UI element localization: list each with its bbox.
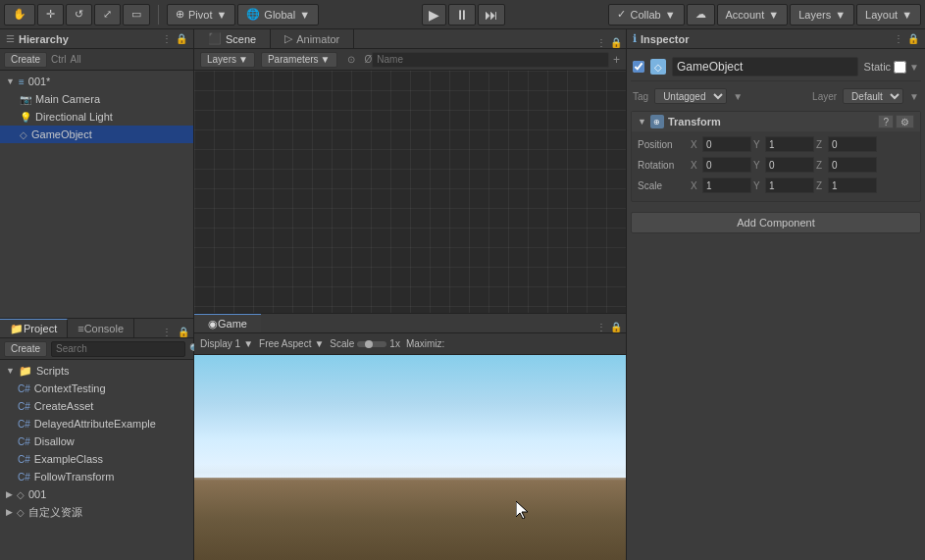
scene-add-icon[interactable]: +: [609, 53, 620, 67]
inspector-lock-icon[interactable]: 🔒: [907, 33, 919, 44]
collab-button[interactable]: ✓ Collab ▼: [608, 4, 684, 25]
project-001-folder[interactable]: ▶ ◇ 001: [0, 485, 193, 503]
transform-header[interactable]: ▼ ⊕ Transform ? ⚙: [632, 112, 920, 131]
aspect-selector[interactable]: Free Aspect ▼: [259, 338, 324, 349]
hierarchy-camera-item[interactable]: 📷 Main Camera: [0, 90, 193, 108]
inspector-panel: ℹ Inspector ⋮ 🔒 ◇ Static ▼ Tag U: [626, 29, 925, 560]
game-tab-label: Game: [218, 318, 247, 330]
tab-scene[interactable]: ⬛ Scene: [194, 29, 271, 48]
scene-toggle-icon[interactable]: ⊙: [343, 54, 359, 65]
tab-animator[interactable]: ▷ Animator: [271, 29, 354, 48]
project-item-disallow[interactable]: C# Disallow: [0, 433, 193, 450]
pos-z-input[interactable]: [828, 136, 877, 152]
play-button[interactable]: ▶: [422, 4, 446, 25]
tab-console[interactable]: ≡ Console: [68, 319, 134, 337]
console-tab-label: Console: [84, 323, 124, 334]
transform-buttons: ? ⚙: [878, 115, 914, 128]
project-scripts-folder[interactable]: ▼ 📁 Scripts: [0, 362, 193, 380]
cloud-button[interactable]: ☁: [687, 4, 715, 25]
static-checkbox[interactable]: [894, 61, 906, 74]
scene-layers-button[interactable]: Layers ▼: [200, 52, 255, 68]
game-view[interactable]: [194, 355, 626, 560]
project-item-createasset[interactable]: C# CreateAsset: [0, 397, 193, 415]
hierarchy-gameobject-item[interactable]: ◇ GameObject: [0, 126, 193, 143]
project-lock-icon[interactable]: 🔒: [178, 327, 193, 337]
gameobject-icon: ◇: [650, 59, 666, 75]
inspector-options-icon[interactable]: ⋮: [894, 33, 903, 44]
global-arrow: ▼: [299, 9, 310, 21]
account-button[interactable]: Account ▼: [717, 4, 789, 25]
rect-tool-button[interactable]: ▭: [123, 4, 150, 25]
hierarchy-all-label: All: [71, 54, 81, 65]
scene-options-icon[interactable]: ⋮: [596, 37, 610, 48]
static-dropdown-arrow[interactable]: ▼: [909, 62, 919, 73]
game-lock-icon[interactable]: 🔒: [610, 322, 626, 332]
project-tab-label: Project: [24, 323, 57, 334]
game-options-icon[interactable]: ⋮: [596, 322, 610, 332]
rotate-tool-button[interactable]: ↺: [66, 4, 92, 25]
project-search-input[interactable]: [51, 341, 185, 357]
scripts-arrow-icon: ▼: [6, 366, 15, 376]
transform-arrow-icon: ▼: [638, 117, 646, 127]
project-item-contexttesting[interactable]: C# ContextTesting: [0, 380, 193, 397]
transform-book-button[interactable]: ?: [878, 115, 894, 128]
tag-dropdown[interactable]: Untagged: [654, 88, 727, 104]
scale-control[interactable]: Scale 1x: [330, 338, 400, 349]
display-selector[interactable]: Display 1 ▼: [200, 338, 253, 349]
pivot-button[interactable]: ⊕ Pivot ▼: [167, 4, 235, 25]
scene-lock-icon[interactable]: 🔒: [610, 37, 626, 48]
scene-parameters-button[interactable]: Parameters ▼: [261, 52, 337, 68]
scene-view[interactable]: [194, 71, 626, 313]
pos-x-input[interactable]: [702, 136, 751, 152]
global-button[interactable]: 🌐 Global ▼: [237, 4, 319, 25]
hierarchy-icon: ☰: [6, 33, 15, 44]
project-options-icon[interactable]: ⋮: [162, 327, 178, 337]
layout-button[interactable]: Layout ▼: [856, 4, 921, 25]
maximize-label: Maximiz:: [406, 338, 444, 349]
hierarchy-scene-item[interactable]: ▼ ≡ 001*: [0, 73, 193, 90]
tab-game[interactable]: ◉ Game: [194, 314, 261, 332]
hierarchy-create-button[interactable]: Create: [4, 52, 47, 68]
inspector-title: Inspector: [641, 33, 690, 45]
project-custom-folder[interactable]: ▶ ◇ 自定义资源: [0, 503, 193, 521]
hierarchy-lock-icon[interactable]: 🔒: [176, 33, 187, 44]
tab-project[interactable]: 📁 Project: [0, 319, 68, 337]
camera-icon: 📷: [20, 94, 31, 105]
custom-folder-icon: ◇: [17, 507, 25, 518]
scale-tool-button[interactable]: ⤢: [94, 4, 121, 25]
scale-track[interactable]: [357, 341, 386, 347]
scripts-folder-icon: 📁: [19, 365, 32, 378]
scene-search-input[interactable]: [372, 52, 609, 68]
pause-button[interactable]: ⏸: [448, 4, 476, 25]
gameobject-enabled-checkbox[interactable]: [633, 61, 644, 73]
hierarchy-title: Hierarchy: [19, 33, 69, 45]
animator-tab-label: Animator: [296, 33, 339, 45]
script-icon-3: C#: [18, 419, 30, 430]
rot-x-input[interactable]: [702, 157, 751, 173]
project-item-delayed[interactable]: C# DelayedAttributeExample: [0, 415, 193, 433]
scale-z-input[interactable]: [828, 178, 877, 193]
pivot-icon: ⊕: [176, 8, 184, 21]
gameobject-name-input[interactable]: [672, 57, 858, 76]
layout-arrow: ▼: [901, 9, 912, 21]
scale-x-input[interactable]: [702, 178, 751, 193]
hand-tool-button[interactable]: ✋: [4, 4, 35, 25]
move-tool-button[interactable]: ✛: [37, 4, 64, 25]
scale-y-input[interactable]: [765, 178, 814, 193]
hierarchy-light-item[interactable]: 💡 Directional Light: [0, 108, 193, 126]
maximize-control[interactable]: Maximiz:: [406, 338, 444, 349]
rot-z-input[interactable]: [828, 157, 877, 173]
scene-tabs: ⬛ Scene ▷ Animator ⋮ 🔒: [194, 29, 626, 49]
step-button[interactable]: ⏭: [478, 4, 505, 25]
scale-xyz-group: X Y Z: [691, 178, 914, 193]
project-create-button[interactable]: Create: [4, 341, 47, 357]
pos-y-input[interactable]: [765, 136, 814, 152]
layer-dropdown[interactable]: Default: [843, 88, 903, 104]
project-item-exampleclass[interactable]: C# ExampleClass: [0, 450, 193, 468]
project-item-followtransform[interactable]: C# FollowTransform: [0, 468, 193, 485]
transform-settings-button[interactable]: ⚙: [896, 115, 914, 128]
rot-y-input[interactable]: [765, 157, 814, 173]
add-component-button[interactable]: Add Component: [631, 212, 921, 233]
layers-button[interactable]: Layers ▼: [790, 4, 854, 25]
hierarchy-options-icon[interactable]: ⋮: [162, 33, 172, 44]
